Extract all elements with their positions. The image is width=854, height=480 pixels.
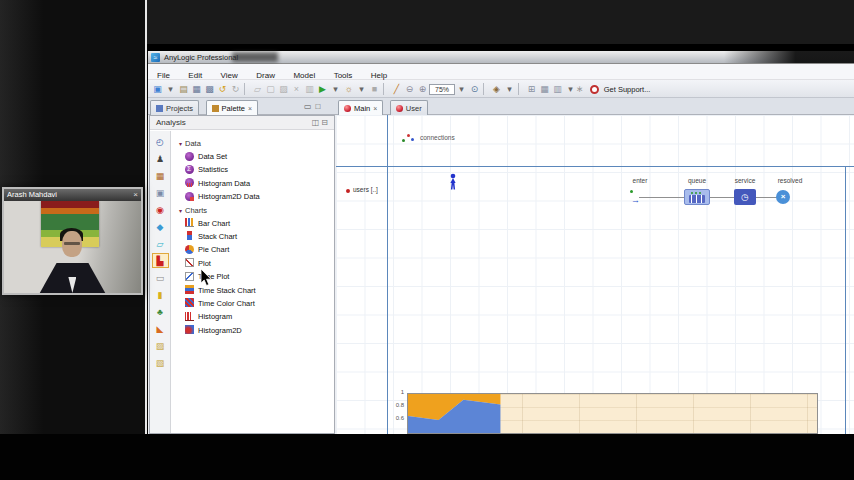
grid-icon[interactable]: ⊞ bbox=[525, 83, 538, 95]
align-icon[interactable]: ▦ bbox=[538, 83, 551, 95]
palette-item-histogram2d-data[interactable]: Histogram2D Data bbox=[171, 190, 334, 203]
save-all-icon[interactable]: ▩ bbox=[203, 83, 216, 95]
palette-item-pie-chart[interactable]: Pie Chart bbox=[171, 243, 334, 256]
view-menu-icon[interactable]: ◫ bbox=[312, 118, 322, 127]
fluid-library-icon[interactable]: ◆ bbox=[152, 219, 169, 234]
palette-section-data[interactable]: ▾Data bbox=[171, 137, 334, 150]
magnifier-icon[interactable]: ⊙ bbox=[468, 83, 481, 95]
connections-element[interactable] bbox=[402, 134, 416, 143]
collapse-all-icon[interactable]: ⊟ bbox=[321, 118, 330, 127]
agent-icon[interactable]: ◉ bbox=[152, 202, 169, 217]
palette-item-time-stack-chart[interactable]: Time Stack Chart bbox=[171, 284, 334, 297]
debug-icon[interactable]: ☼ bbox=[342, 83, 355, 95]
enter-label: enter bbox=[620, 177, 660, 184]
debug-dropdown-icon[interactable]: ▾ bbox=[355, 83, 368, 95]
stop-icon[interactable]: ■ bbox=[368, 83, 381, 95]
pan-dropdown-icon[interactable]: ▾ bbox=[503, 83, 516, 95]
palette-item-statistics[interactable]: Statistics bbox=[171, 163, 334, 176]
zoom-out-icon[interactable]: ⊖ bbox=[403, 83, 416, 95]
zoom-combo-dropdown-icon[interactable]: ▾ bbox=[455, 83, 468, 95]
palette-item-histogram[interactable]: Histogram bbox=[171, 310, 334, 323]
palette-item-stack-chart[interactable]: Stack Chart bbox=[171, 230, 334, 243]
person-shape[interactable] bbox=[448, 173, 458, 193]
palette-section-charts[interactable]: ▾Charts bbox=[171, 204, 334, 217]
menu-file[interactable]: File bbox=[150, 68, 177, 80]
pictures-icon[interactable]: ▨ bbox=[152, 338, 169, 353]
road-traffic-icon[interactable]: ▣ bbox=[152, 185, 169, 200]
compare-icon[interactable]: ▥ bbox=[303, 83, 316, 95]
resolved-label: resolved bbox=[770, 177, 810, 184]
palette-item-data-set[interactable]: Data Set bbox=[171, 150, 334, 163]
system-dynamics-icon[interactable]: ◴ bbox=[152, 134, 169, 149]
layers-icon[interactable]: ▥ bbox=[551, 83, 564, 95]
new-model-dropdown-icon[interactable]: ▾ bbox=[164, 83, 177, 95]
palette-item-bar-chart[interactable]: Bar Chart bbox=[171, 217, 334, 230]
redo-icon[interactable]: ↻ bbox=[229, 83, 242, 95]
sink-x-icon: × bbox=[781, 192, 786, 201]
menu-draw[interactable]: Draw bbox=[249, 68, 282, 80]
undo-icon[interactable]: ↺ bbox=[216, 83, 229, 95]
get-support-button[interactable]: Get Support... bbox=[604, 85, 651, 94]
palette-item-histogram2d[interactable]: Histogram2D bbox=[171, 324, 334, 337]
space-markup-icon[interactable]: ▱ bbox=[152, 236, 169, 251]
paste-icon[interactable]: ▨ bbox=[277, 83, 290, 95]
cut-icon[interactable]: ▱ bbox=[251, 83, 264, 95]
tools-icon[interactable]: ∗ bbox=[576, 84, 584, 94]
projects-icon bbox=[156, 105, 163, 112]
analysis-icon[interactable]: ▙ bbox=[152, 253, 169, 268]
zoom-level-combo[interactable]: 75% bbox=[429, 84, 455, 95]
tab-palette[interactable]: Palette× bbox=[206, 100, 258, 116]
frame-left-edge bbox=[387, 115, 388, 434]
frame-right-edge bbox=[845, 166, 846, 434]
time-stack-chart-element[interactable] bbox=[407, 393, 818, 434]
window-titlebar[interactable]: ≈ AnyLogic Professional bbox=[148, 51, 854, 64]
save-icon[interactable]: ▦ bbox=[190, 83, 203, 95]
minimize-panel-icon[interactable]: ▭ bbox=[304, 102, 316, 111]
tab-user-editor[interactable]: User bbox=[390, 100, 428, 116]
tab-main-editor[interactable]: Main× bbox=[338, 100, 383, 116]
delete-icon[interactable]: × bbox=[290, 83, 303, 95]
3d-objects-icon[interactable]: ▧ bbox=[152, 355, 169, 370]
controls-icon[interactable]: ▭ bbox=[152, 270, 169, 285]
anylogic-app-icon: ≈ bbox=[151, 53, 160, 62]
get-support-icon[interactable] bbox=[590, 85, 599, 94]
close-icon[interactable]: × bbox=[248, 105, 252, 112]
menu-view[interactable]: View bbox=[214, 68, 245, 80]
draw-icon[interactable]: ╱ bbox=[390, 83, 403, 95]
menu-tools[interactable]: Tools bbox=[327, 68, 360, 80]
open-icon[interactable]: ▤ bbox=[177, 83, 190, 95]
enter-block[interactable]: → bbox=[631, 189, 645, 203]
run-dropdown-icon[interactable]: ▾ bbox=[329, 83, 342, 95]
palette-item-time-color-chart[interactable]: Time Color Chart bbox=[171, 297, 334, 310]
webcam-titlebar[interactable]: Arash Mahdavi × bbox=[4, 189, 141, 201]
close-icon[interactable]: × bbox=[133, 190, 138, 199]
users-population-element[interactable]: users [..] bbox=[346, 186, 378, 193]
copy-icon[interactable]: ▢ bbox=[264, 83, 277, 95]
process-modeling-icon[interactable]: ◣ bbox=[152, 321, 169, 336]
resolved-block[interactable]: × bbox=[776, 190, 790, 204]
menu-edit[interactable]: Edit bbox=[181, 68, 209, 80]
support-group: ∗ Get Support... bbox=[576, 84, 650, 94]
close-icon[interactable]: × bbox=[373, 105, 377, 112]
presentation-icon[interactable]: ♣ bbox=[152, 304, 169, 319]
menu-model[interactable]: Model bbox=[286, 68, 322, 80]
time-stack-chart-icon bbox=[185, 285, 194, 294]
rail-library-icon[interactable]: ▦ bbox=[152, 168, 169, 183]
pedestrian-library-icon[interactable]: ♟ bbox=[152, 151, 169, 166]
pan-icon[interactable]: ◈ bbox=[490, 83, 503, 95]
run-icon[interactable]: ▶ bbox=[316, 83, 329, 95]
palette-item-histogram-data[interactable]: Histogram Data bbox=[171, 177, 334, 190]
connectivity-icon[interactable]: ▮ bbox=[152, 287, 169, 302]
menu-help[interactable]: Help bbox=[364, 68, 394, 80]
palette-item-time-plot[interactable]: Time Plot bbox=[171, 270, 334, 283]
new-model-icon[interactable]: ▣ bbox=[151, 83, 164, 95]
palette-item-plot[interactable]: Plot bbox=[171, 257, 334, 270]
service-block[interactable]: ◷ bbox=[734, 189, 756, 205]
queue-block[interactable] bbox=[684, 189, 710, 205]
maximize-panel-icon[interactable]: □ bbox=[316, 102, 325, 111]
tab-projects[interactable]: Projects bbox=[150, 100, 199, 116]
zoom-in-icon[interactable]: ⊕ bbox=[416, 83, 429, 95]
model-canvas[interactable]: connections users [..] enter queue servi… bbox=[336, 115, 854, 434]
chart-ytick-0-8: 0.8 bbox=[388, 402, 404, 408]
editor-tab-strip: Main× User bbox=[336, 98, 854, 115]
